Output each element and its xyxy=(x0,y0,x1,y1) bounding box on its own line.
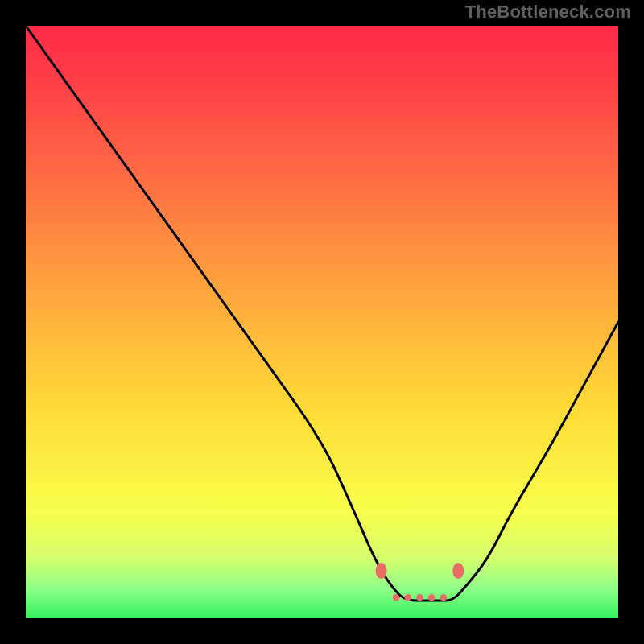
watermark-text: TheBottleneck.com xyxy=(465,2,631,23)
optimal-endpoint-icon xyxy=(452,563,464,579)
optimal-range-markers xyxy=(26,26,618,618)
optimal-dot-icon xyxy=(416,594,423,601)
optimal-endpoint-icon xyxy=(376,563,387,579)
optimal-dot-icon xyxy=(440,594,447,601)
optimal-dot-icon xyxy=(428,594,435,601)
chart-container: TheBottleneck.com xyxy=(0,0,644,644)
plot-area xyxy=(26,26,618,618)
optimal-dot-icon xyxy=(393,594,399,601)
optimal-dot-icon xyxy=(405,594,411,601)
